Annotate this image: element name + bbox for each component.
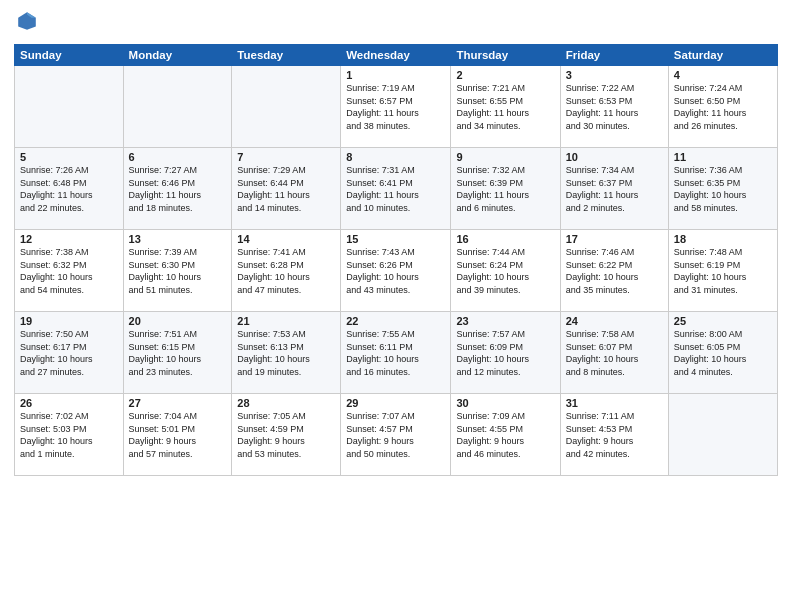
calendar-cell: 27Sunrise: 7:04 AM Sunset: 5:01 PM Dayli… xyxy=(123,394,232,476)
calendar-cell: 29Sunrise: 7:07 AM Sunset: 4:57 PM Dayli… xyxy=(341,394,451,476)
day-number: 31 xyxy=(566,397,663,409)
calendar-week-3: 19Sunrise: 7:50 AM Sunset: 6:17 PM Dayli… xyxy=(15,312,778,394)
calendar-cell: 23Sunrise: 7:57 AM Sunset: 6:09 PM Dayli… xyxy=(451,312,560,394)
day-detail: Sunrise: 7:31 AM Sunset: 6:41 PM Dayligh… xyxy=(346,164,445,214)
calendar-cell: 9Sunrise: 7:32 AM Sunset: 6:39 PM Daylig… xyxy=(451,148,560,230)
day-detail: Sunrise: 7:44 AM Sunset: 6:24 PM Dayligh… xyxy=(456,246,554,296)
calendar-cell: 7Sunrise: 7:29 AM Sunset: 6:44 PM Daylig… xyxy=(232,148,341,230)
calendar-cell: 14Sunrise: 7:41 AM Sunset: 6:28 PM Dayli… xyxy=(232,230,341,312)
day-detail: Sunrise: 7:29 AM Sunset: 6:44 PM Dayligh… xyxy=(237,164,335,214)
calendar-table: Sunday Monday Tuesday Wednesday Thursday… xyxy=(14,44,778,476)
calendar-cell: 12Sunrise: 7:38 AM Sunset: 6:32 PM Dayli… xyxy=(15,230,124,312)
day-number: 6 xyxy=(129,151,227,163)
calendar-cell: 18Sunrise: 7:48 AM Sunset: 6:19 PM Dayli… xyxy=(668,230,777,312)
day-number: 14 xyxy=(237,233,335,245)
col-monday: Monday xyxy=(123,45,232,66)
col-sunday: Sunday xyxy=(15,45,124,66)
calendar-week-4: 26Sunrise: 7:02 AM Sunset: 5:03 PM Dayli… xyxy=(15,394,778,476)
day-detail: Sunrise: 7:32 AM Sunset: 6:39 PM Dayligh… xyxy=(456,164,554,214)
day-detail: Sunrise: 7:27 AM Sunset: 6:46 PM Dayligh… xyxy=(129,164,227,214)
calendar-cell: 2Sunrise: 7:21 AM Sunset: 6:55 PM Daylig… xyxy=(451,66,560,148)
calendar-cell: 8Sunrise: 7:31 AM Sunset: 6:41 PM Daylig… xyxy=(341,148,451,230)
day-detail: Sunrise: 7:02 AM Sunset: 5:03 PM Dayligh… xyxy=(20,410,118,460)
svg-marker-0 xyxy=(18,12,36,30)
day-detail: Sunrise: 7:53 AM Sunset: 6:13 PM Dayligh… xyxy=(237,328,335,378)
day-detail: Sunrise: 7:07 AM Sunset: 4:57 PM Dayligh… xyxy=(346,410,445,460)
day-detail: Sunrise: 7:43 AM Sunset: 6:26 PM Dayligh… xyxy=(346,246,445,296)
calendar-cell xyxy=(15,66,124,148)
day-detail: Sunrise: 7:04 AM Sunset: 5:01 PM Dayligh… xyxy=(129,410,227,460)
day-number: 29 xyxy=(346,397,445,409)
day-number: 4 xyxy=(674,69,772,81)
col-saturday: Saturday xyxy=(668,45,777,66)
day-detail: Sunrise: 7:26 AM Sunset: 6:48 PM Dayligh… xyxy=(20,164,118,214)
day-detail: Sunrise: 7:11 AM Sunset: 4:53 PM Dayligh… xyxy=(566,410,663,460)
calendar-cell: 26Sunrise: 7:02 AM Sunset: 5:03 PM Dayli… xyxy=(15,394,124,476)
day-detail: Sunrise: 7:38 AM Sunset: 6:32 PM Dayligh… xyxy=(20,246,118,296)
day-number: 28 xyxy=(237,397,335,409)
col-friday: Friday xyxy=(560,45,668,66)
calendar-cell xyxy=(232,66,341,148)
day-number: 9 xyxy=(456,151,554,163)
day-number: 24 xyxy=(566,315,663,327)
day-number: 8 xyxy=(346,151,445,163)
day-number: 30 xyxy=(456,397,554,409)
day-detail: Sunrise: 7:21 AM Sunset: 6:55 PM Dayligh… xyxy=(456,82,554,132)
day-number: 2 xyxy=(456,69,554,81)
day-detail: Sunrise: 7:41 AM Sunset: 6:28 PM Dayligh… xyxy=(237,246,335,296)
calendar-cell: 16Sunrise: 7:44 AM Sunset: 6:24 PM Dayli… xyxy=(451,230,560,312)
col-tuesday: Tuesday xyxy=(232,45,341,66)
calendar-cell: 21Sunrise: 7:53 AM Sunset: 6:13 PM Dayli… xyxy=(232,312,341,394)
calendar-cell xyxy=(123,66,232,148)
day-detail: Sunrise: 7:19 AM Sunset: 6:57 PM Dayligh… xyxy=(346,82,445,132)
calendar-cell: 13Sunrise: 7:39 AM Sunset: 6:30 PM Dayli… xyxy=(123,230,232,312)
day-number: 10 xyxy=(566,151,663,163)
calendar-cell: 15Sunrise: 7:43 AM Sunset: 6:26 PM Dayli… xyxy=(341,230,451,312)
calendar-cell: 4Sunrise: 7:24 AM Sunset: 6:50 PM Daylig… xyxy=(668,66,777,148)
day-detail: Sunrise: 7:57 AM Sunset: 6:09 PM Dayligh… xyxy=(456,328,554,378)
calendar-week-2: 12Sunrise: 7:38 AM Sunset: 6:32 PM Dayli… xyxy=(15,230,778,312)
day-detail: Sunrise: 7:09 AM Sunset: 4:55 PM Dayligh… xyxy=(456,410,554,460)
day-number: 19 xyxy=(20,315,118,327)
day-number: 12 xyxy=(20,233,118,245)
day-number: 27 xyxy=(129,397,227,409)
day-number: 3 xyxy=(566,69,663,81)
calendar-cell: 11Sunrise: 7:36 AM Sunset: 6:35 PM Dayli… xyxy=(668,148,777,230)
day-number: 16 xyxy=(456,233,554,245)
day-number: 15 xyxy=(346,233,445,245)
calendar-cell: 3Sunrise: 7:22 AM Sunset: 6:53 PM Daylig… xyxy=(560,66,668,148)
calendar-cell: 1Sunrise: 7:19 AM Sunset: 6:57 PM Daylig… xyxy=(341,66,451,148)
calendar-cell xyxy=(668,394,777,476)
day-detail: Sunrise: 7:55 AM Sunset: 6:11 PM Dayligh… xyxy=(346,328,445,378)
day-number: 17 xyxy=(566,233,663,245)
day-detail: Sunrise: 8:00 AM Sunset: 6:05 PM Dayligh… xyxy=(674,328,772,378)
calendar-cell: 19Sunrise: 7:50 AM Sunset: 6:17 PM Dayli… xyxy=(15,312,124,394)
day-number: 7 xyxy=(237,151,335,163)
col-thursday: Thursday xyxy=(451,45,560,66)
calendar-cell: 30Sunrise: 7:09 AM Sunset: 4:55 PM Dayli… xyxy=(451,394,560,476)
day-number: 13 xyxy=(129,233,227,245)
day-number: 5 xyxy=(20,151,118,163)
day-detail: Sunrise: 7:50 AM Sunset: 6:17 PM Dayligh… xyxy=(20,328,118,378)
calendar-week-1: 5Sunrise: 7:26 AM Sunset: 6:48 PM Daylig… xyxy=(15,148,778,230)
day-number: 21 xyxy=(237,315,335,327)
calendar-week-0: 1Sunrise: 7:19 AM Sunset: 6:57 PM Daylig… xyxy=(15,66,778,148)
day-detail: Sunrise: 7:46 AM Sunset: 6:22 PM Dayligh… xyxy=(566,246,663,296)
calendar-cell: 5Sunrise: 7:26 AM Sunset: 6:48 PM Daylig… xyxy=(15,148,124,230)
day-detail: Sunrise: 7:51 AM Sunset: 6:15 PM Dayligh… xyxy=(129,328,227,378)
calendar-cell: 24Sunrise: 7:58 AM Sunset: 6:07 PM Dayli… xyxy=(560,312,668,394)
day-detail: Sunrise: 7:58 AM Sunset: 6:07 PM Dayligh… xyxy=(566,328,663,378)
calendar-cell: 25Sunrise: 8:00 AM Sunset: 6:05 PM Dayli… xyxy=(668,312,777,394)
calendar-cell: 22Sunrise: 7:55 AM Sunset: 6:11 PM Dayli… xyxy=(341,312,451,394)
day-number: 1 xyxy=(346,69,445,81)
day-number: 11 xyxy=(674,151,772,163)
day-number: 25 xyxy=(674,315,772,327)
day-detail: Sunrise: 7:22 AM Sunset: 6:53 PM Dayligh… xyxy=(566,82,663,132)
calendar-cell: 17Sunrise: 7:46 AM Sunset: 6:22 PM Dayli… xyxy=(560,230,668,312)
day-detail: Sunrise: 7:36 AM Sunset: 6:35 PM Dayligh… xyxy=(674,164,772,214)
calendar-cell: 28Sunrise: 7:05 AM Sunset: 4:59 PM Dayli… xyxy=(232,394,341,476)
day-detail: Sunrise: 7:34 AM Sunset: 6:37 PM Dayligh… xyxy=(566,164,663,214)
calendar-cell: 6Sunrise: 7:27 AM Sunset: 6:46 PM Daylig… xyxy=(123,148,232,230)
calendar-cell: 31Sunrise: 7:11 AM Sunset: 4:53 PM Dayli… xyxy=(560,394,668,476)
logo xyxy=(14,10,38,36)
